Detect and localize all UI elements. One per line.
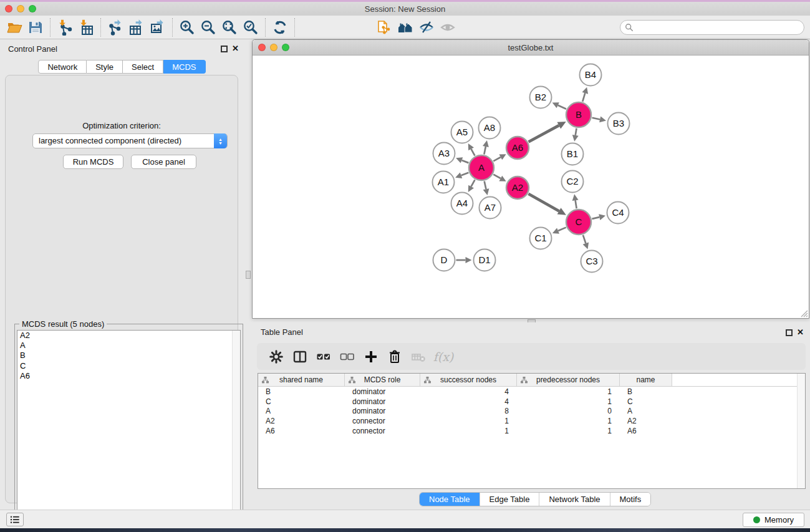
home-icon[interactable]: [395, 18, 416, 37]
export-network-icon[interactable]: [105, 18, 126, 37]
cell-shared-name[interactable]: C: [258, 397, 345, 406]
edge-C-C4[interactable]: [592, 217, 599, 219]
open-folder-icon[interactable]: [4, 18, 25, 37]
cell-name[interactable]: C: [620, 397, 672, 406]
edge-A2-C[interactable]: [528, 194, 559, 211]
close-table-panel-icon[interactable]: ✕: [797, 327, 804, 337]
select-columns-unchecked-icon[interactable]: [335, 346, 359, 367]
cell-mcds-role[interactable]: connector: [345, 427, 420, 435]
cell-predecessor-nodes[interactable]: 0: [517, 407, 620, 415]
cell-predecessor-nodes[interactable]: 1: [517, 427, 620, 435]
memory-button[interactable]: Memory: [743, 513, 804, 527]
split-columns-icon[interactable]: [288, 346, 312, 367]
column-header-predecessor-nodes[interactable]: predecessor nodes: [517, 374, 620, 386]
close-panel-icon[interactable]: ✕: [232, 44, 239, 53]
table-row[interactable]: Adominator80A: [258, 406, 805, 416]
column-header-successor-nodes[interactable]: successor nodes: [420, 374, 517, 386]
cell-mcds-role[interactable]: dominator: [345, 407, 420, 415]
column-header-name[interactable]: name: [620, 374, 672, 386]
column-header-mcds-role[interactable]: MCDS role: [345, 374, 420, 386]
tab-style[interactable]: Style: [87, 60, 123, 74]
edge-A6-B[interactable]: [529, 125, 559, 142]
zoom-out-icon[interactable]: [198, 18, 219, 37]
import-table-icon[interactable]: [75, 18, 97, 37]
edge-C-C1[interactable]: [558, 228, 566, 231]
zoom-in-icon[interactable]: [176, 18, 198, 37]
import-network-icon[interactable]: [54, 18, 75, 37]
network-canvas[interactable]: B4B2BB3A8A5A6A3B1AC2A1A2A4A7C4CC1DD1C3: [253, 56, 809, 318]
select-columns-checked-icon[interactable]: [312, 346, 335, 367]
gear-icon[interactable]: [264, 346, 288, 367]
close-panel-button[interactable]: Close panel: [131, 155, 196, 169]
cell-mcds-role[interactable]: dominator: [345, 397, 420, 406]
zoom-fit-icon[interactable]: [219, 18, 240, 37]
cell-successor-nodes[interactable]: 4: [420, 397, 517, 406]
cell-mcds-role[interactable]: connector: [345, 417, 420, 425]
edge-B-B2[interactable]: [558, 105, 566, 109]
run-mcds-button[interactable]: Run MCDS: [63, 155, 123, 169]
result-list-scrollbar[interactable]: [232, 331, 240, 521]
mcds-result-item[interactable]: A6: [17, 371, 240, 381]
table-row[interactable]: Bdominator41B: [258, 387, 805, 397]
mcds-result-item[interactable]: A2: [17, 331, 240, 341]
table-row[interactable]: A2connector11A2: [258, 416, 805, 426]
mcds-result-item[interactable]: C: [17, 361, 240, 371]
zoom-selected-icon[interactable]: [240, 18, 261, 37]
tab-select[interactable]: Select: [123, 60, 163, 74]
tab-edge-table[interactable]: Edge Table: [480, 493, 539, 506]
tab-motifs[interactable]: Motifs: [610, 493, 651, 506]
export-table-icon[interactable]: [126, 18, 147, 37]
edge-A-A3[interactable]: [461, 160, 468, 163]
cell-shared-name[interactable]: B: [258, 387, 345, 396]
cell-shared-name[interactable]: A: [258, 407, 345, 415]
cell-successor-nodes[interactable]: 1: [420, 427, 517, 435]
edge-A-A4[interactable]: [471, 180, 475, 186]
float-table-panel-icon[interactable]: [786, 329, 793, 336]
edge-B-B4[interactable]: [582, 93, 585, 102]
tab-mcds[interactable]: MCDS: [163, 60, 205, 74]
edge-B-B1[interactable]: [576, 128, 577, 135]
edge-C-C3[interactable]: [583, 235, 586, 243]
cell-predecessor-nodes[interactable]: 1: [517, 417, 620, 425]
optimization-criterion-select[interactable]: largest connected component (directed) ▲…: [32, 133, 228, 148]
cell-shared-name[interactable]: A2: [258, 417, 345, 425]
save-session-icon[interactable]: [25, 18, 46, 37]
cell-name[interactable]: B: [620, 387, 672, 396]
column-header-shared-name[interactable]: shared name: [258, 374, 345, 386]
cell-predecessor-nodes[interactable]: 1: [517, 387, 620, 396]
edge-A-A6[interactable]: [493, 157, 501, 161]
table-row[interactable]: Cdominator41C: [258, 397, 805, 407]
edge-A-A2[interactable]: [493, 175, 501, 178]
edge-A-A1[interactable]: [461, 173, 469, 175]
edge-A-A8[interactable]: [484, 147, 486, 155]
network-window-titlebar[interactable]: testGlobe.txt: [253, 40, 809, 56]
search-input[interactable]: [634, 21, 804, 34]
hide-panel-icon[interactable]: [416, 18, 437, 37]
cell-successor-nodes[interactable]: 1: [420, 417, 517, 425]
export-image-icon[interactable]: [147, 18, 168, 37]
task-history-button[interactable]: [6, 513, 24, 526]
delete-column-icon[interactable]: [383, 346, 407, 367]
tab-network[interactable]: Network: [38, 60, 87, 74]
cell-predecessor-nodes[interactable]: 1: [517, 397, 620, 406]
add-column-icon[interactable]: [359, 346, 383, 367]
edge-A-A5[interactable]: [471, 149, 475, 156]
cell-mcds-role[interactable]: dominator: [345, 387, 420, 396]
table-scrollbar[interactable]: [797, 374, 805, 488]
network-file-icon[interactable]: [374, 18, 395, 37]
edge-C-C2[interactable]: [576, 200, 577, 208]
cell-name[interactable]: A: [620, 407, 672, 415]
mcds-result-item[interactable]: A: [17, 341, 240, 351]
table-row[interactable]: A6connector11A6: [258, 426, 805, 436]
mcds-result-list[interactable]: A2ABCA6: [17, 330, 241, 522]
cell-shared-name[interactable]: A6: [258, 427, 345, 435]
edge-B-B3[interactable]: [592, 118, 600, 120]
cell-successor-nodes[interactable]: 8: [420, 407, 517, 415]
tab-network-table[interactable]: Network Table: [539, 493, 609, 506]
refresh-icon[interactable]: [269, 18, 291, 37]
cell-name[interactable]: A2: [620, 417, 672, 425]
cell-successor-nodes[interactable]: 4: [420, 387, 517, 396]
vertical-splitter-handle[interactable]: [246, 271, 251, 279]
resize-grip-icon[interactable]: [799, 308, 808, 317]
mcds-result-item[interactable]: B: [17, 351, 240, 360]
